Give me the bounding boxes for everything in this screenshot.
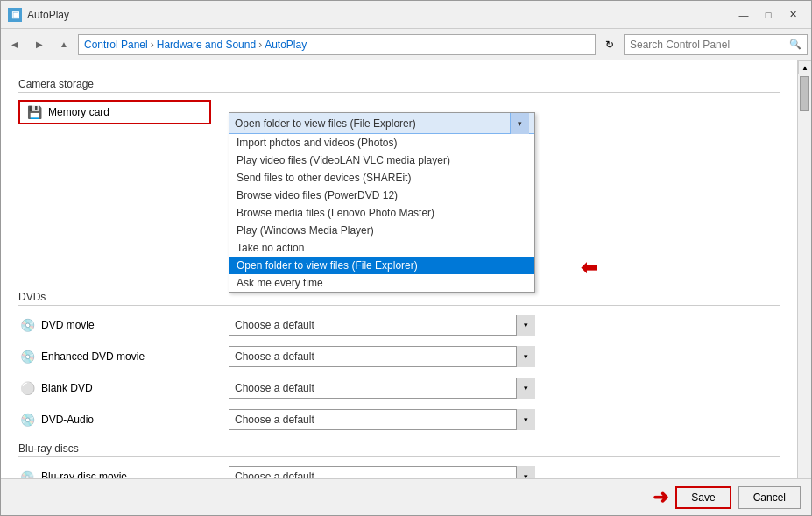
enhanced-dvd-dropdown[interactable]: Choose a default ▾	[229, 346, 535, 367]
disc-icon-1	[18, 379, 36, 397]
dropdown-arrow-icon[interactable]: ▾	[510, 113, 529, 134]
scrollbar: ▲	[797, 60, 811, 478]
dvd-audio-label: DVD-Audio	[18, 411, 211, 428]
bluray-movie-label: Blu-ray disc movie	[18, 468, 211, 478]
dvd-movie-select[interactable]: Choose a default	[229, 315, 535, 336]
section-camera-storage: Camera storage	[18, 78, 780, 93]
dropdown-option-5[interactable]: Play (Windows Media Player)	[229, 222, 534, 239]
address-bar: ◀ ▶ ▲ Control Panel › Hardware and Sound…	[1, 29, 811, 60]
dropdown-option-4[interactable]: Browse media files (Lenovo Photo Master)	[229, 204, 534, 222]
dvd-icon-2	[18, 348, 36, 365]
dvd-audio-select[interactable]: Choose a default	[229, 409, 535, 430]
item-row-dvd-audio: DVD-Audio Choose a default ▾	[18, 407, 780, 432]
dropdown-option-3[interactable]: Browse video files (PowerDVD 12)	[229, 187, 534, 204]
section-bluray: Blu-ray discs	[18, 442, 780, 457]
dvd-audio-dropdown[interactable]: Choose a default ▾	[229, 409, 535, 430]
enhanced-dvd-select[interactable]: Choose a default	[229, 346, 535, 367]
memory-card-label: Memory card	[18, 100, 211, 124]
breadcrumb-control-panel[interactable]: Control Panel	[84, 39, 148, 51]
window-title: AutoPlay	[27, 9, 732, 21]
window-icon: ▣	[8, 8, 22, 22]
scroll-thumb[interactable]	[800, 76, 809, 111]
close-button[interactable]: ✕	[781, 6, 804, 24]
content-panel: Camera storage Memory card Open folder t…	[1, 60, 797, 478]
item-row-blank-dvd: Blank DVD Choose a default ▾	[18, 376, 780, 400]
dvd-audio-text: DVD-Audio	[41, 414, 94, 426]
blank-dvd-select[interactable]: Choose a default	[229, 378, 535, 399]
memcard-icon	[25, 103, 43, 121]
title-bar: ▣ AutoPlay — □ ✕	[1, 1, 811, 29]
maximize-button[interactable]: □	[757, 6, 780, 24]
up-button[interactable]: ▲	[53, 34, 74, 55]
window-controls: — □ ✕	[732, 6, 804, 24]
item-row-memory-card: Memory card Open folder to view files (F…	[18, 100, 780, 124]
forward-button[interactable]: ▶	[29, 34, 50, 55]
main-area: Camera storage Memory card Open folder t…	[1, 60, 811, 478]
dropdown-option-6[interactable]: Take no action	[229, 239, 534, 257]
back-button[interactable]: ◀	[4, 34, 25, 55]
breadcrumb-autoplay[interactable]: AutoPlay	[265, 39, 307, 51]
memory-card-text: Memory card	[48, 106, 109, 118]
red-arrow-dropdown: ⬅	[581, 257, 597, 279]
item-row-enhanced-dvd: Enhanced DVD movie Choose a default ▾	[18, 344, 780, 369]
bluray-movie-select[interactable]: Choose a default	[229, 466, 535, 478]
dvd-movie-dropdown[interactable]: Choose a default ▾	[229, 315, 535, 336]
dropdown-option-2[interactable]: Send files to other devices (SHAREit)	[229, 169, 534, 187]
memory-card-dropdown-open[interactable]: Open folder to view files (File Explorer…	[229, 112, 535, 293]
search-icon: 🔍	[789, 39, 801, 50]
dropdown-current-value: Open folder to view files (File Explorer…	[235, 117, 416, 130]
save-button[interactable]: Save	[675, 486, 731, 509]
dropdown-option-1[interactable]: Play video files (VideoLAN VLC media pla…	[229, 152, 534, 169]
autoplay-window: ▣ AutoPlay — □ ✕ ◀ ▶ ▲ Control Panel › H…	[0, 0, 812, 516]
section-dvds: DVDs	[18, 291, 780, 306]
item-row-dvd-movie: DVD movie Choose a default ▾	[18, 313, 780, 337]
breadcrumb: Control Panel › Hardware and Sound › Aut…	[78, 34, 596, 55]
minimize-button[interactable]: —	[732, 6, 755, 24]
dropdown-header[interactable]: Open folder to view files (File Explorer…	[229, 113, 534, 134]
bluray-movie-dropdown[interactable]: Choose a default ▾	[229, 466, 535, 478]
dvd-movie-label: DVD movie	[18, 316, 211, 334]
blank-dvd-label: Blank DVD	[18, 379, 211, 397]
search-box: 🔍	[624, 34, 808, 55]
dvd-icon-3	[18, 411, 36, 428]
breadcrumb-hardware-sound[interactable]: Hardware and Sound	[157, 39, 256, 51]
blank-dvd-text: Blank DVD	[41, 382, 93, 394]
enhanced-dvd-text: Enhanced DVD movie	[41, 350, 145, 363]
dropdown-option-selected[interactable]: Open folder to view files (File Explorer…	[229, 257, 534, 274]
bottom-bar: ➜ Save Cancel	[1, 478, 811, 515]
search-input[interactable]	[630, 39, 789, 51]
item-row-bluray-movie: Blu-ray disc movie Choose a default ▾	[18, 464, 780, 478]
bluray-icon-1	[18, 468, 36, 478]
scroll-up-arrow[interactable]: ▲	[798, 60, 811, 74]
bluray-movie-text: Blu-ray disc movie	[41, 470, 127, 478]
save-arrow-annotation: ➜	[653, 486, 668, 509]
dropdown-option-8[interactable]: Ask me every time	[229, 274, 534, 292]
enhanced-dvd-label: Enhanced DVD movie	[18, 348, 211, 365]
dvd-movie-text: DVD movie	[41, 319, 95, 331]
cancel-button[interactable]: Cancel	[738, 486, 801, 509]
refresh-button[interactable]: ↻	[599, 34, 620, 55]
dropdown-option-0[interactable]: Import photos and videos (Photos)	[229, 134, 534, 152]
blank-dvd-dropdown[interactable]: Choose a default ▾	[229, 378, 535, 399]
dvd-icon-1	[18, 316, 36, 334]
